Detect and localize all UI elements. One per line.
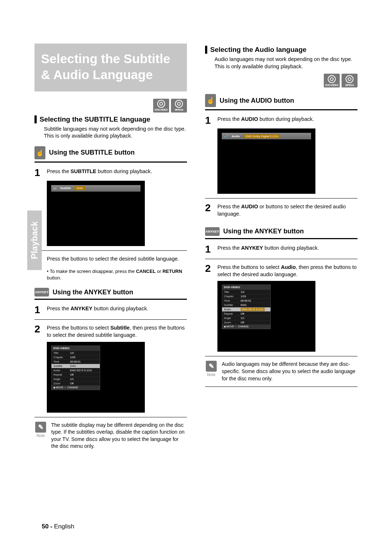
hand-press-icon: ☝ — [205, 94, 216, 107]
body-subtitle-intro: Subtitle languages may not work dependin… — [44, 126, 187, 140]
subheading-anykey-left: ANYKEY Using the ANYKEY button — [34, 288, 187, 297]
pencil-note-icon: ✎ — [35, 422, 46, 433]
osd-row: Title1/2 — [52, 351, 100, 355]
osd-row: RepeatOff — [52, 372, 100, 377]
osd-panel-header: DVD-VIDEO — [52, 346, 100, 351]
step-1-anykey-right: 1 Press the ANYKEY button during playbac… — [205, 244, 358, 254]
osd-panel-header: DVD-VIDEO — [222, 285, 270, 290]
osd-row: Angle1/1 — [52, 377, 100, 381]
step-number: 1 — [34, 168, 43, 178]
step-1-anykey-left: 1 Press the ANYKEY button during playbac… — [34, 305, 187, 315]
osd-row: Chapter1/20 — [222, 294, 270, 298]
rule — [34, 161, 187, 163]
rule — [34, 250, 187, 251]
page: Playback Selecting the Subtitle & Audio … — [0, 0, 392, 552]
note-label: Note — [36, 433, 45, 438]
step-1-subtitle: 1 Press the SUBTITLE button during playb… — [34, 168, 187, 178]
subheading-audio-button: ☝ Using the AUDIO button — [205, 94, 358, 107]
step-2-anykey-left: 2 Press the buttons to select Subtitle, … — [34, 324, 187, 339]
rule — [34, 417, 187, 417]
osd-row: AudioENG DD D 5.1CH — [52, 368, 100, 372]
disc-type-icons-right: DVD-VIDEO MPEG4 — [205, 74, 358, 87]
step-number: 2 — [34, 324, 43, 339]
osd-value: ENG Dolby Digital 5.1CH — [244, 134, 280, 138]
osd-row: RepeatOff — [222, 311, 270, 316]
step-number: 1 — [205, 115, 214, 126]
anykey-icon: ANYKEY — [205, 227, 220, 236]
osd-row: Chapter1/20 — [52, 355, 100, 359]
step-number: 2 — [205, 263, 214, 278]
osd-panel: DVD-VIDEO Title1/2Chapter1/20Time00:00:0… — [51, 345, 100, 390]
bullet-cancel-return: • To make the screen disappear, press th… — [47, 268, 187, 281]
step-number: 1 — [205, 244, 214, 254]
disc-type-icons: DVD-VIDEO MPEG4 — [34, 99, 187, 113]
anykey-icon: ANYKEY — [34, 288, 49, 297]
osd-row: Time00:00:01 — [222, 298, 270, 303]
rule — [205, 198, 358, 199]
osd-subtitle-bar: ▭ Subtitle ENG — [51, 185, 140, 192]
heading-selecting-audio: Selecting the Audio language — [205, 46, 358, 54]
rule — [205, 109, 358, 110]
rule — [205, 356, 358, 356]
pencil-note-icon: ✎ — [206, 361, 217, 372]
osd-panel-footer: ◆ MOVE ↔ CHANGE — [222, 324, 270, 329]
page-title: Selecting the Subtitle & Audio Language — [41, 51, 180, 83]
step-2-anykey-right: 2 Press the buttons to select Audio, the… — [205, 263, 358, 278]
osd-screenshot-anykey-panel-right: DVD-VIDEO Title1/2Chapter1/20Time00:00:0… — [217, 281, 315, 352]
note-block-left: ✎ Note The subtitle display may be diffe… — [34, 422, 187, 450]
note-text-left: The subtitle display may be different de… — [51, 422, 187, 450]
osd-row: ZoomOff — [52, 381, 100, 385]
rule — [34, 299, 187, 300]
osd-panel: DVD-VIDEO Title1/2Chapter1/20Time00:00:0… — [222, 285, 271, 329]
osd-label: Audio — [232, 135, 240, 138]
dvd-video-icon: DVD-VIDEO — [324, 74, 340, 87]
two-column-layout: Selecting the Subtitle & Audio Language … — [34, 44, 358, 450]
osd-screenshot-subtitle-bar: ▭ Subtitle ENG — [47, 181, 145, 246]
rule — [205, 387, 358, 387]
osd-row: Time00:00:01 — [52, 359, 100, 364]
mpeg4-icon: MPEG4 — [342, 74, 358, 87]
osd-panel-footer: ◆ MOVE ↔ CHANGE — [52, 385, 100, 390]
osd-screenshot-anykey-panel-left: DVD-VIDEO Title1/2Chapter1/20Time00:00:0… — [47, 342, 145, 413]
note-text-right: Audio languages may be different because… — [222, 361, 358, 382]
step-number: 1 — [34, 305, 43, 315]
step-2-subtitle: 2 Press the buttons to select the desire… — [34, 255, 187, 265]
note-label: Note — [207, 372, 215, 377]
subtitle-osd-icon: ▭ — [53, 187, 57, 190]
title-box: Selecting the Subtitle & Audio Language — [34, 44, 187, 91]
osd-label: Subtitle — [60, 187, 71, 190]
osd-value: ENG — [74, 186, 85, 190]
osd-audio-bar: 🔊 Audio ENG Dolby Digital 5.1CH — [222, 133, 311, 139]
page-footer: 50 - English — [42, 523, 74, 530]
rule — [205, 238, 358, 239]
left-column: Selecting the Subtitle & Audio Language … — [34, 44, 187, 450]
osd-row: ZoomOff — [222, 320, 270, 324]
hand-press-icon: ☝ — [34, 146, 45, 159]
osd-screenshot-audio-bar: 🔊 Audio ENG Dolby Digital 5.1CH — [217, 128, 315, 194]
osd-row: SubtitleENG — [52, 364, 100, 368]
rule — [205, 259, 358, 259]
speaker-osd-icon: 🔊 — [224, 134, 228, 138]
osd-row: SubtitleENG — [222, 303, 270, 307]
dvd-video-icon: DVD-VIDEO — [153, 99, 169, 113]
step-1-audio: 1 Press the AUDIO button during playback… — [205, 115, 358, 126]
osd-row: AudioENG DD D 5.1CH — [222, 307, 270, 311]
body-audio-intro: Audio languages may not work depending o… — [215, 56, 358, 70]
right-column: Selecting the Audio language Audio langu… — [205, 44, 358, 450]
heading-selecting-subtitle: Selecting the SUBTITLE language — [34, 115, 187, 123]
subheading-anykey-right: ANYKEY Using the ANYKEY button — [205, 227, 358, 236]
step-number: 2 — [205, 203, 214, 218]
osd-row: Angle1/1 — [222, 316, 270, 320]
mpeg4-icon: MPEG4 — [171, 99, 187, 113]
rule — [34, 319, 187, 320]
subheading-subtitle-button: ☝ Using the SUBTITLE button — [34, 146, 187, 159]
osd-row: Title1/2 — [222, 290, 270, 294]
note-block-right: ✎ Note Audio languages may be different … — [205, 361, 358, 382]
step-2-audio: 2 Press the AUDIO or buttons to select t… — [205, 203, 358, 218]
section-tab-playback: Playback — [27, 210, 42, 270]
